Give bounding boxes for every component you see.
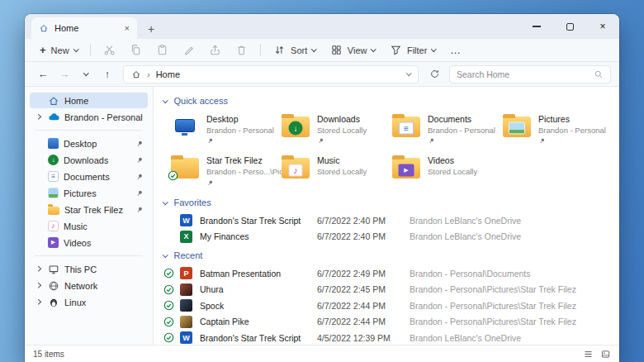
file-row[interactable]: Spock 6/7/2022 2:44 PM Brandon - Persona…: [163, 298, 613, 314]
favorites-list: W Brandon's Star Trek Script 6/7/2022 2:…: [163, 212, 613, 245]
folder-icon: [48, 207, 59, 215]
paste-button[interactable]: [149, 40, 175, 60]
file-row[interactable]: Captain Pike 6/7/2022 2:44 PM Brandon - …: [163, 313, 613, 330]
delete-icon: [235, 44, 248, 56]
downloads-folder-icon: ↓: [281, 114, 310, 139]
search-box[interactable]: [449, 65, 611, 83]
sort-button[interactable]: Sort: [267, 40, 323, 60]
file-name: Uhura: [200, 284, 317, 294]
chevron-right-icon[interactable]: [34, 283, 43, 288]
section-header-recent[interactable]: Recent: [163, 248, 613, 263]
sidebar-item-label: Home: [64, 96, 88, 106]
pictures-folder-icon: [502, 114, 532, 139]
minimize-button[interactable]: [520, 14, 553, 39]
sidebar-item-label: Linux: [64, 298, 86, 307]
sidebar-item-star-trek-filez[interactable]: Star Trek Filez: [30, 202, 148, 217]
copy-button[interactable]: [123, 40, 149, 60]
share-button[interactable]: [202, 40, 228, 60]
file-location: Brandon - Personal\Pictures\Star Trek Fi…: [410, 317, 613, 326]
synced-check-icon: [163, 284, 174, 295]
tile-music[interactable]: ♪ Music Stored Locally: [281, 155, 388, 186]
filter-button[interactable]: Filter: [383, 40, 443, 60]
file-row[interactable]: X My Finances 6/7/2022 2:40 PM Brandon L…: [163, 228, 613, 245]
file-name: My Finances: [200, 231, 317, 241]
rename-button[interactable]: [176, 40, 201, 60]
sidebar-item-onedrive-personal[interactable]: Brandon - Personal: [30, 109, 148, 125]
section-header-favorites[interactable]: Favorites: [163, 195, 613, 210]
minimize-icon: [533, 26, 541, 26]
section-title: Quick access: [174, 96, 228, 106]
tile-videos[interactable]: ▶ Videos Stored Locally: [391, 155, 499, 186]
sidebar-item-linux[interactable]: Linux: [30, 294, 148, 310]
music-folder-icon: ♪: [281, 155, 310, 180]
view-button[interactable]: View: [324, 40, 382, 60]
file-row[interactable]: W Brandon's Star Trek Script 4/5/2022 12…: [163, 330, 613, 346]
filter-button-label: Filter: [407, 45, 427, 55]
section-header-quick-access[interactable]: Quick access: [163, 93, 613, 108]
tile-documents[interactable]: ≡ Documents Brandon - Personal: [391, 114, 499, 145]
sidebar-item-label: Desktop: [64, 139, 97, 149]
tile-star-trek-filez[interactable]: Star Trek Filez Brandon - Perso...\Pictu…: [170, 155, 277, 186]
tab-home[interactable]: Home ×: [31, 17, 137, 39]
desktop-folder-icon: [170, 114, 200, 139]
new-tab-button[interactable]: +: [148, 23, 154, 35]
sidebar-item-downloads[interactable]: ↓ Downloads: [30, 152, 148, 168]
file-location: Brandon - Personal\Pictures\Star Trek Fi…: [410, 284, 613, 294]
chevron-right-icon[interactable]: [34, 300, 43, 304]
cut-icon: [103, 44, 116, 56]
sidebar-item-label: Star Trek Filez: [64, 205, 123, 215]
linux-penguin-icon: [48, 297, 59, 308]
tab-close-button[interactable]: ×: [125, 24, 130, 33]
refresh-button[interactable]: [424, 65, 444, 83]
tile-desktop[interactable]: Desktop Brandon - Personal: [170, 114, 277, 145]
sidebar-item-home[interactable]: Home: [30, 93, 148, 108]
breadcrumb[interactable]: › Home: [123, 65, 419, 83]
details-view-button[interactable]: [583, 349, 594, 360]
file-row[interactable]: P Batman Presentation 6/7/2022 2:49 PM B…: [163, 265, 613, 282]
tile-pictures[interactable]: Pictures Brandon - Personal: [502, 114, 609, 145]
synced-check-icon: [163, 317, 174, 327]
sidebar-item-music[interactable]: ♪ Music: [30, 218, 148, 234]
view-button-label: View: [348, 45, 367, 55]
sidebar-item-videos[interactable]: ▶ Videos: [30, 235, 148, 250]
chevron-right-icon[interactable]: [34, 115, 43, 119]
recent-locations-button[interactable]: [76, 65, 96, 83]
sidebar-item-desktop[interactable]: Desktop: [30, 136, 148, 151]
sidebar-item-pictures[interactable]: Pictures: [30, 185, 148, 201]
synced-check-icon: [163, 268, 174, 279]
search-input[interactable]: [457, 69, 589, 79]
sidebar-item-network[interactable]: Network: [30, 278, 148, 293]
up-button[interactable]: ↑: [97, 65, 117, 83]
close-button[interactable]: ×: [586, 14, 619, 39]
breadcrumb-separator: ›: [147, 69, 150, 79]
maximize-button[interactable]: [553, 14, 586, 39]
tile-downloads[interactable]: ↓ Downloads Stored Locally: [281, 114, 388, 145]
sidebar-item-this-pc[interactable]: This PC: [30, 261, 148, 277]
breadcrumb-home[interactable]: Home: [156, 69, 180, 79]
home-icon: [48, 95, 59, 107]
file-row[interactable]: W Brandon's Star Trek Script 6/7/2022 2:…: [163, 212, 613, 229]
documents-folder-icon: ≡: [391, 114, 421, 139]
new-button[interactable]: + New: [33, 40, 84, 60]
delete-button[interactable]: [229, 40, 254, 60]
sidebar-item-documents[interactable]: ≡ Documents: [30, 169, 148, 184]
address-dropdown-icon[interactable]: [406, 70, 411, 75]
back-button[interactable]: ←: [33, 65, 53, 83]
copy-icon: [130, 44, 142, 56]
file-row[interactable]: Uhura 6/7/2022 2:45 PM Brandon - Persona…: [163, 281, 613, 298]
sidebar-item-label: Brandon - Personal: [64, 112, 143, 122]
onedrive-icon: [48, 112, 59, 123]
share-icon: [209, 44, 221, 56]
large-icons-view-button[interactable]: [600, 349, 611, 360]
folder-icon: [170, 155, 200, 180]
chevron-right-icon[interactable]: [34, 267, 43, 271]
cut-button[interactable]: [97, 40, 122, 60]
forward-button[interactable]: →: [54, 65, 74, 83]
sort-button-label: Sort: [291, 45, 307, 55]
file-explorer-window: Home × + × + New Sort View: [25, 14, 619, 362]
pin-icon: [315, 136, 326, 147]
see-more-button[interactable]: …: [443, 40, 468, 60]
file-date: 6/7/2022 2:49 PM: [317, 269, 410, 279]
address-bar: ← → ↑ › Home: [25, 62, 619, 87]
file-date: 6/7/2022 2:44 PM: [317, 317, 410, 326]
